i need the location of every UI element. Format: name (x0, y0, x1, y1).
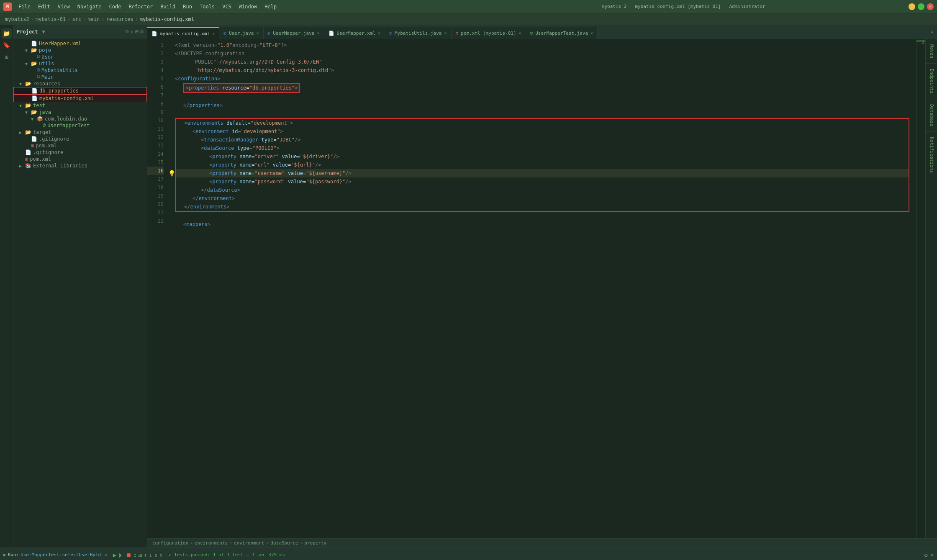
tab-pom[interactable]: m pom.xml (mybatis-01) × (452, 27, 526, 39)
menu-navigate[interactable]: Navigate (74, 3, 105, 10)
tab-mybatisutils[interactable]: © MybatisUtils.java × (385, 27, 451, 39)
run-debug-icon[interactable]: ⏵ (118, 552, 124, 558)
run-stop-icon[interactable]: ⏹ (126, 552, 131, 558)
tab-close-mybatisutils[interactable]: × (444, 31, 447, 36)
right-panel-notifications[interactable]: Notifications (926, 132, 937, 178)
run-rerun-icon[interactable]: ▶ (113, 552, 116, 558)
project-dropdown-icon[interactable]: ▼ (42, 29, 45, 35)
tab-more-button[interactable]: ▾ (927, 29, 937, 35)
main-layout: 📁 🔖 ⊞ Project ▼ ⊙ ↕ ⊟ ⚙ 📄 UserMapper.xml (0, 25, 937, 547)
tree-item-usermappertest[interactable]: © UserMapperTest (13, 122, 147, 129)
breadcrumb-item[interactable]: resources (106, 16, 133, 22)
editor-breadcrumb-item[interactable]: dataSource (270, 540, 298, 546)
tree-item-usermapper-xml[interactable]: 📄 UserMapper.xml (13, 40, 147, 47)
breadcrumb-item[interactable]: mybatis-config.xml (140, 16, 194, 22)
tree-item-user[interactable]: © User (13, 54, 147, 60)
project-icon[interactable]: 📁 (2, 28, 12, 39)
code-line-5: <configuration> (175, 74, 909, 83)
tree-item-pom-2[interactable]: m pom.xml (13, 156, 147, 162)
run-collapse-icon[interactable]: ↓ (149, 552, 152, 558)
menu-build[interactable]: Build (157, 3, 179, 10)
tab-user-java[interactable]: © User.java × (219, 27, 263, 39)
menu-edit[interactable]: Edit (35, 3, 54, 10)
run-close-icon[interactable]: × (930, 552, 934, 558)
run-tab-close[interactable]: × (104, 552, 107, 557)
tab-close-pom[interactable]: × (519, 31, 521, 36)
editor-breadcrumb-item[interactable]: environment (234, 540, 264, 546)
menu-code[interactable]: Code (106, 3, 125, 10)
menu-tools[interactable]: Tools (196, 3, 218, 10)
breadcrumb-item[interactable]: mybatis2 (5, 16, 29, 22)
editor-breadcrumb-item[interactable]: environments (195, 540, 228, 546)
tree-item-pom-1[interactable]: m pom.xml (13, 142, 147, 149)
breadcrumb-item[interactable]: mybatis-01 (36, 16, 66, 22)
tree-item-db-properties[interactable]: 📄 db.properties (13, 87, 147, 95)
tab-mybatis-config[interactable]: 📄 mybatis-config.xml × (147, 27, 219, 39)
menu-view[interactable]: View (54, 3, 73, 10)
breadcrumb-item[interactable]: main (87, 16, 100, 22)
project-settings-icon[interactable]: ⚙ (140, 28, 144, 35)
minimize-button[interactable]: – (909, 3, 915, 10)
tree-item-external-libs[interactable]: ▶ 📚 External Libraries (13, 162, 147, 169)
menu-run[interactable]: Run (180, 3, 195, 10)
run-filter-icon[interactable]: ⇕ (154, 552, 157, 558)
bookmarks-icon[interactable]: 🔖 (2, 40, 12, 50)
tab-close-usermapper-xml[interactable]: × (378, 31, 380, 36)
run-toolbar-right: ⚙ × (924, 552, 934, 558)
right-panel-maven[interactable]: Maven (926, 39, 937, 64)
tree-item-mybatisutils[interactable]: © MybatisUtils (13, 67, 147, 74)
tree-item-main[interactable]: © Main (13, 74, 147, 80)
tab-usermappertest[interactable]: © UserMapperTest.java × (526, 27, 598, 39)
code-editor[interactable]: <?xml version="1.0" encoding="UTF-8" ?> … (168, 39, 916, 538)
tab-close-usermappertest[interactable]: × (590, 31, 593, 36)
tab-java-icon2: © (268, 31, 271, 36)
tab-usermapper-java[interactable]: © UserMapper.java × (264, 27, 324, 39)
tree-item-utils[interactable]: ▼ 📂 utils (13, 60, 147, 67)
tree-item-test[interactable]: ▼ 📂 test (13, 102, 147, 109)
menu-file[interactable]: File (15, 3, 34, 10)
scroll-map[interactable]: 2 (916, 39, 925, 538)
hint-bulb-icon[interactable]: 💡 (168, 169, 175, 177)
tree-item-mybatis-config[interactable]: 📄 mybatis-config.xml (13, 95, 147, 102)
tree-item-dao-package[interactable]: ▼ 📦 com.loubin.dao (13, 116, 147, 122)
tree-item-gitignore-2[interactable]: 📄 .gitignore (13, 149, 147, 156)
left-sidebar-icons: 📁 🔖 ⊞ (0, 25, 13, 547)
run-expand-icon[interactable]: ↑ (144, 552, 147, 558)
tree-item-gitignore-1[interactable]: 📄 .gitignore (13, 136, 147, 142)
project-scope-icon[interactable]: ⊙ (126, 28, 129, 35)
editor-breadcrumb-item[interactable]: property (304, 540, 326, 546)
project-panel-title: Project (17, 29, 38, 35)
tab-close-usermapper-java[interactable]: × (317, 31, 319, 36)
close-button[interactable]: × (927, 3, 934, 10)
run-sort-icon[interactable]: ↕ (133, 552, 136, 558)
tab-close-user[interactable]: × (256, 31, 259, 36)
project-collapse-icon[interactable]: ⊟ (135, 28, 139, 35)
tab-usermapper-xml[interactable]: 📄 UserMapper.xml × (324, 27, 385, 39)
tree-item-target[interactable]: ▶ 📂 target (13, 129, 147, 136)
breadcrumb-item[interactable]: src (72, 16, 82, 22)
run-play-icon: ▶ (3, 552, 6, 557)
structure-icon[interactable]: ⊞ (2, 52, 12, 62)
menu-vcs[interactable]: VCS (219, 3, 235, 10)
run-tree-icon[interactable]: ⊞ (139, 552, 142, 558)
right-panel-endpoints[interactable]: Endpoints (926, 64, 937, 99)
run-export-icon[interactable]: ⇑ (159, 552, 162, 558)
tab-close-mybatis-config[interactable]: × (212, 31, 215, 36)
code-line-3: PUBLIC "-//mybatis.org//DTD Config 3.0//… (175, 58, 909, 66)
right-panel-database[interactable]: Database (926, 99, 937, 132)
tab-bar: 📄 mybatis-config.xml × © User.java × © U… (147, 25, 937, 39)
tree-item-java[interactable]: ▼ 📂 java (13, 109, 147, 116)
menu-refactor[interactable]: Refactor (125, 3, 156, 10)
tree-item-pojo[interactable]: ▼ 📂 pojo (13, 47, 147, 54)
menu-help[interactable]: Help (261, 3, 280, 10)
menu-window[interactable]: Window (236, 3, 260, 10)
code-line-12: <transactionManager type="JDBC"/> (176, 136, 909, 144)
tree-item-resources[interactable]: ▼ 📂 resources (13, 80, 147, 87)
editor-breadcrumb-item[interactable]: configuration (152, 540, 188, 546)
maximize-button[interactable]: □ (918, 3, 924, 10)
project-header-icons: ⊙ ↕ ⊟ ⚙ (126, 28, 144, 35)
run-settings-icon[interactable]: ⚙ (924, 552, 927, 558)
project-sort-icon[interactable]: ↕ (131, 28, 134, 35)
code-line-19: </environment> (176, 194, 909, 203)
project-panel: Project ▼ ⊙ ↕ ⊟ ⚙ 📄 UserMapper.xml ▼ 📂 (13, 25, 147, 547)
